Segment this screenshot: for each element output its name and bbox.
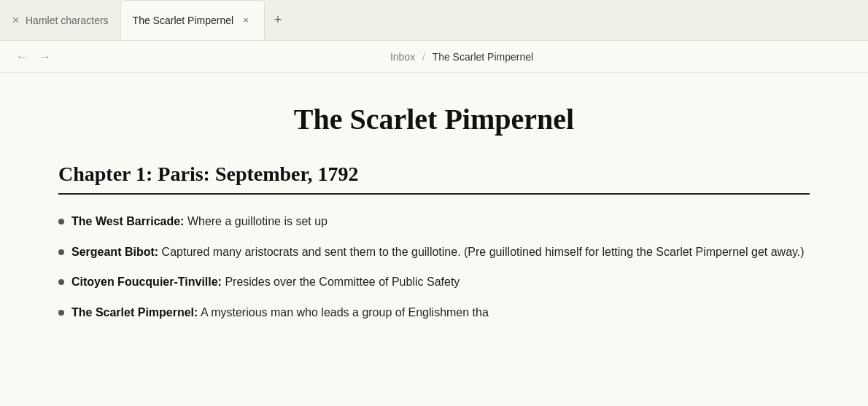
main-content: The Scarlet Pimpernel Chapter 1: Paris: … — [0, 73, 868, 362]
item-description: A mysterious man who leads a group of En… — [201, 306, 489, 319]
nav-bar: ← → Inbox / The Scarlet Pimpernel — [0, 41, 868, 73]
list-item: The West Barricade: Where a guillotine i… — [58, 212, 810, 231]
item-text: The Scarlet Pimpernel: A mysterious man … — [71, 303, 810, 322]
new-tab-button[interactable]: + — [265, 0, 291, 40]
item-description: Captured many aristocrats and sent them … — [162, 246, 805, 258]
item-text: The West Barricade: Where a guillotine i… — [71, 212, 810, 231]
item-description: Where a guillotine is set up — [187, 215, 328, 227]
items-list: The West Barricade: Where a guillotine i… — [58, 212, 810, 321]
tab-label-scarlet: The Scarlet Pimpernel — [133, 15, 234, 26]
item-description: Presides over the Committee of Public Sa… — [225, 276, 460, 288]
item-text: Citoyen Foucquier-Tinville: Presides ove… — [71, 273, 810, 292]
page-title: The Scarlet Pimpernel — [58, 102, 810, 136]
tab-hamlet-characters[interactable]: ✕ Hamlet characters — [0, 0, 120, 40]
breadcrumb: Inbox / The Scarlet Pimpernel — [67, 51, 856, 63]
list-item: Sergeant Bibot: Captured many aristocrat… — [58, 243, 810, 262]
back-button[interactable]: ← — [12, 47, 32, 66]
chapter-heading: Chapter 1: Paris: September, 1792 — [58, 163, 810, 195]
breadcrumb-root[interactable]: Inbox — [390, 51, 415, 63]
bullet-icon — [58, 279, 64, 285]
tab-bar: ✕ Hamlet characters The Scarlet Pimperne… — [0, 0, 868, 41]
item-bold: Sergeant Bibot: — [71, 246, 158, 258]
tab-icon-hamlet: ✕ — [12, 15, 20, 26]
forward-button[interactable]: → — [35, 47, 55, 66]
bullet-icon — [58, 310, 64, 316]
bullet-icon — [58, 219, 64, 225]
nav-arrows: ← → — [12, 47, 55, 66]
item-text: Sergeant Bibot: Captured many aristocrat… — [71, 243, 810, 262]
bullet-icon — [58, 249, 64, 255]
item-bold: The West Barricade: — [71, 215, 184, 227]
list-item: Citoyen Foucquier-Tinville: Presides ove… — [58, 273, 810, 292]
tab-label-hamlet: Hamlet characters — [26, 15, 109, 26]
tab-close-button[interactable]: × — [239, 14, 252, 27]
breadcrumb-separator: / — [422, 51, 425, 63]
item-bold: The Scarlet Pimpernel: — [71, 306, 198, 319]
tab-scarlet-pimpernel[interactable]: The Scarlet Pimpernel × — [120, 0, 266, 40]
item-bold: Citoyen Foucquier-Tinville: — [71, 276, 222, 288]
list-item: The Scarlet Pimpernel: A mysterious man … — [58, 303, 810, 322]
breadcrumb-current: The Scarlet Pimpernel — [433, 51, 534, 63]
